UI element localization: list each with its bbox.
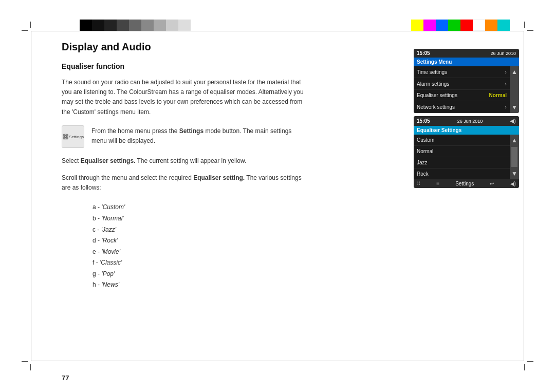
list-item: h - 'News' xyxy=(92,279,493,291)
menu-row-equaliser: Equaliser settings Normal xyxy=(414,90,510,101)
corner-tick xyxy=(30,364,31,370)
eq-scroll-column: ▲ ▼ xyxy=(510,135,519,179)
screen-time: 15:05 xyxy=(417,50,430,56)
list-item: a - 'Custom' xyxy=(92,202,493,213)
list-item: c - 'Jazz' xyxy=(92,225,493,236)
volume-control-icon[interactable]: ◀) xyxy=(510,181,516,186)
scroll-text: Scroll through the menu and select the r… xyxy=(62,173,308,193)
menu-row-time: Time settings › xyxy=(414,66,510,78)
back-icon[interactable]: ↩ xyxy=(490,181,494,186)
scroll-down-btn[interactable]: ▼ xyxy=(510,102,519,113)
scroll-column: ▲ ▼ xyxy=(510,66,519,113)
page-border-right xyxy=(524,31,524,361)
eq-menu-title: Equaliser Settings xyxy=(414,126,519,135)
volume-icon: ◀) xyxy=(510,118,516,124)
instruction-box: Settings From the home menu press the Se… xyxy=(62,125,308,148)
scroll-up-btn[interactable]: ▲ xyxy=(510,66,519,78)
corner-tick xyxy=(22,30,28,31)
body-text: The sound on your radio can be adjusted … xyxy=(62,78,308,117)
eq-option-label: Custom xyxy=(417,137,434,143)
eq-list: a - 'Custom' b - 'Normal' c - 'Jazz' d -… xyxy=(92,202,493,291)
separator: ≡ xyxy=(436,181,439,186)
arrow-icon: › xyxy=(505,81,507,87)
menu-row-label: Time settings xyxy=(417,69,447,75)
eq-option-label: Rock xyxy=(417,171,429,177)
normal-value-label: Normal xyxy=(489,92,507,98)
page-border-top xyxy=(31,31,524,31)
screen-date-2: 26 Jun 2010 xyxy=(457,119,483,124)
svg-point-2 xyxy=(65,136,66,137)
corner-tick xyxy=(527,361,533,362)
screen-footer: ⠿ ≡ Settings ↩ ◀) xyxy=(414,179,519,188)
menu-row-alarm: Alarm settings › xyxy=(414,78,510,90)
menu-row-label: Network settings xyxy=(417,104,455,110)
eq-row-rock: Rock xyxy=(414,169,510,179)
eq-option-label: Jazz xyxy=(417,160,428,165)
scroll-thumb xyxy=(511,147,517,167)
list-item: f - 'Classic' xyxy=(92,257,493,269)
arrow-icon: › xyxy=(505,69,507,75)
eq-scroll-up-btn[interactable]: ▲ xyxy=(510,135,519,146)
corner-tick xyxy=(524,364,525,370)
eq-scroll-down-btn[interactable]: ▼ xyxy=(510,168,519,179)
menu-icon: ⠿ xyxy=(417,181,420,186)
page-border-bottom xyxy=(31,361,524,361)
equaliser-settings-screen: 15:05 26 Jun 2010 ◀) Equaliser Settings … xyxy=(414,116,519,188)
list-item: b - 'Normal' xyxy=(92,213,493,225)
list-item: d - 'Rock' xyxy=(92,235,493,247)
colorbar-right xyxy=(411,20,510,31)
arrow-icon: › xyxy=(505,104,507,110)
list-item: e - 'Movie' xyxy=(92,247,493,258)
eq-row-custom: Custom xyxy=(414,135,510,146)
menu-row-label: Equaliser settings xyxy=(417,92,457,98)
page-border-left xyxy=(31,31,31,361)
screen-date: 26 Jun 2010 xyxy=(490,51,516,56)
eq-row-jazz: Jazz xyxy=(414,157,510,169)
settings-icon: Settings xyxy=(62,125,84,148)
select-text: Select Equaliser settings. The current s… xyxy=(62,156,308,166)
screenshots-area: 15:05 26 Jun 2010 Settings Menu Time set… xyxy=(414,49,522,191)
screen-header-2: 15:05 26 Jun 2010 ◀) xyxy=(414,116,519,126)
corner-tick xyxy=(30,22,31,28)
footer-settings-label: Settings xyxy=(455,181,474,186)
screen-menu-title: Settings Menu xyxy=(414,58,519,66)
corner-tick xyxy=(527,30,533,31)
settings-menu-screen: 15:05 26 Jun 2010 Settings Menu Time set… xyxy=(414,49,519,113)
eq-option-label: Normal xyxy=(417,148,433,154)
eq-row-normal: Normal xyxy=(414,146,510,157)
colorbar-left xyxy=(80,20,191,31)
screen-time-2: 15:05 xyxy=(417,118,430,124)
list-item: g - 'Pop' xyxy=(92,269,493,280)
corner-tick xyxy=(22,361,28,362)
corner-tick xyxy=(524,22,525,28)
instruction-text: From the home menu press the Settings mo… xyxy=(91,125,308,146)
menu-row-network: Network settings › xyxy=(414,101,510,113)
screen-header: 15:05 26 Jun 2010 xyxy=(414,49,519,58)
page-number: 77 xyxy=(62,374,69,382)
menu-row-label: Alarm settings xyxy=(417,81,449,87)
